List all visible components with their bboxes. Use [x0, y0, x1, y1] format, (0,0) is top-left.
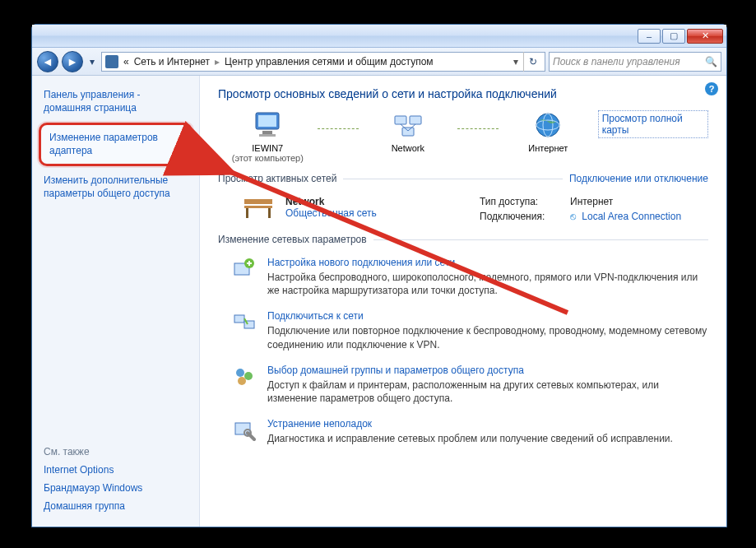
connections-label: Подключения:	[480, 211, 570, 222]
task-list: Настройка нового подключения или сети На…	[218, 252, 708, 445]
connect-network-icon	[233, 310, 256, 333]
page-title: Просмотр основных сведений о сети и наст…	[218, 87, 708, 100]
map-node-internet: Интернет	[499, 110, 598, 153]
close-button[interactable]: ✕	[687, 29, 723, 44]
network-icon	[392, 110, 424, 140]
svg-rect-18	[234, 315, 244, 323]
sidebar-item-adapter-settings[interactable]: Изменение параметров адаптера	[39, 123, 192, 166]
help-icon[interactable]: ?	[705, 82, 718, 95]
connection-adapter-icon: ⎋	[570, 211, 576, 222]
sidebar-item-advanced-sharing[interactable]: Изменить дополнительные параметры общего…	[44, 174, 188, 200]
svg-rect-1	[258, 115, 276, 127]
bench-icon	[241, 196, 276, 221]
task-homegroup-sharing-link[interactable]: Выбор домашней группы и параметров общег…	[267, 365, 524, 376]
map-connector	[457, 110, 499, 140]
access-type-label: Тип доступа:	[480, 196, 570, 207]
see-also-label: См. также	[44, 446, 188, 457]
sidebar: Панель управления - домашняя страница Из…	[32, 76, 200, 527]
map-node-internet-label: Интернет	[528, 143, 568, 153]
map-node-this-pc-label: IEWIN7	[252, 143, 283, 153]
navbar: ◄ ► ▾ « Сеть и Интернет ▸ Центр управлен…	[32, 48, 726, 76]
svg-point-21	[244, 372, 253, 380]
svg-rect-6	[402, 128, 414, 136]
window-frame: – ▢ ✕ ◄ ► ▾ « Сеть и Интернет ▸ Центр уп…	[31, 24, 727, 527]
network-type-link[interactable]: Общественная сеть	[285, 207, 377, 219]
svg-point-20	[236, 369, 244, 377]
svg-rect-14	[246, 208, 248, 218]
change-settings-header: Изменение сетевых параметров	[218, 234, 708, 245]
see-also-homegroup[interactable]: Домашняя группа	[44, 500, 188, 512]
address-dropdown-icon[interactable]: ▾	[513, 56, 518, 67]
minimize-button[interactable]: –	[638, 29, 661, 44]
svg-point-9	[536, 114, 559, 137]
task-troubleshoot: Устранение неполадок Диагностика и испра…	[233, 418, 708, 445]
svg-point-22	[238, 377, 246, 385]
breadcrumb-network-center[interactable]: Центр управления сетями и общим доступом	[225, 56, 434, 67]
titlebar: – ▢ ✕	[32, 25, 726, 48]
search-placeholder: Поиск в панели управления	[553, 56, 680, 67]
svg-rect-5	[410, 116, 421, 124]
network-map: IEWIN7 (этот компьютер) Network Интернет	[218, 110, 708, 163]
view-full-map-link[interactable]: Просмотр полной карты	[598, 110, 708, 138]
task-new-connection-desc: Настройка беспроводного, широкополосного…	[267, 271, 708, 297]
svg-rect-4	[395, 116, 406, 124]
svg-rect-2	[262, 131, 272, 134]
map-node-this-pc-sub: (этот компьютер)	[232, 153, 304, 163]
troubleshoot-icon	[233, 418, 256, 441]
connection-link[interactable]: Local Area Connection	[582, 211, 681, 222]
task-new-connection: Настройка нового подключения или сети На…	[233, 257, 708, 297]
network-name: Network	[285, 196, 377, 207]
search-input[interactable]: Поиск в панели управления 🔍	[549, 52, 721, 72]
new-connection-icon	[233, 257, 256, 280]
breadcrumb-net-internet[interactable]: Сеть и Интернет	[134, 56, 210, 67]
content-pane: ? Просмотр основных сведений о сети и на…	[200, 76, 726, 527]
task-homegroup-sharing-desc: Доступ к файлам и принтерам, расположенн…	[267, 378, 708, 405]
refresh-button[interactable]: ↻	[523, 52, 541, 72]
change-settings-label: Изменение сетевых параметров	[218, 234, 367, 245]
svg-rect-13	[244, 206, 272, 208]
access-type-value: Интернет	[570, 196, 681, 207]
map-node-this-pc: IEWIN7 (этот компьютер)	[218, 110, 318, 163]
svg-rect-15	[268, 208, 271, 218]
maximize-button[interactable]: ▢	[662, 29, 685, 44]
see-also-internet-options[interactable]: Internet Options	[44, 464, 188, 476]
nav-history-dropdown[interactable]: ▾	[86, 51, 98, 72]
task-connect-network: Подключиться к сети Подключение или повт…	[233, 310, 708, 351]
homegroup-icon	[233, 365, 256, 388]
task-new-connection-link[interactable]: Настройка нового подключения или сети	[267, 257, 455, 268]
map-node-network: Network	[359, 110, 458, 153]
map-node-network-label: Network	[392, 143, 424, 153]
task-troubleshoot-link[interactable]: Устранение неполадок	[267, 418, 372, 430]
control-panel-home-link[interactable]: Панель управления - домашняя страница	[44, 89, 188, 114]
nav-forward-button[interactable]: ►	[62, 51, 83, 72]
window-body: Панель управления - домашняя страница Из…	[32, 76, 726, 527]
active-networks-label: Просмотр активных сетей	[218, 173, 336, 184]
svg-rect-3	[259, 134, 276, 137]
task-connect-network-link[interactable]: Подключиться к сети	[267, 310, 364, 322]
see-also-firewall[interactable]: Брандмауэр Windows	[44, 482, 188, 494]
connect-disconnect-link[interactable]: Подключение или отключение	[569, 173, 708, 184]
task-troubleshoot-desc: Диагностика и исправление сетевых пробле…	[267, 432, 673, 445]
globe-icon	[531, 110, 564, 140]
active-network-row: Network Общественная сеть Тип доступа: И…	[218, 191, 708, 227]
computer-icon	[251, 110, 284, 140]
svg-rect-12	[244, 199, 272, 204]
address-prefix: «	[123, 56, 129, 67]
control-panel-icon	[105, 55, 118, 68]
nav-back-button[interactable]: ◄	[37, 51, 58, 72]
map-connector	[318, 110, 359, 140]
task-homegroup-sharing: Выбор домашней группы и параметров общег…	[233, 365, 708, 405]
active-networks-header: Просмотр активных сетей Подключение или …	[218, 173, 708, 184]
task-connect-network-desc: Подключение или повторное подключение к …	[267, 324, 708, 351]
search-icon: 🔍	[705, 56, 717, 67]
breadcrumb-sep-icon: ▸	[215, 56, 220, 67]
address-bar[interactable]: « Сеть и Интернет ▸ Центр управления сет…	[101, 52, 545, 72]
